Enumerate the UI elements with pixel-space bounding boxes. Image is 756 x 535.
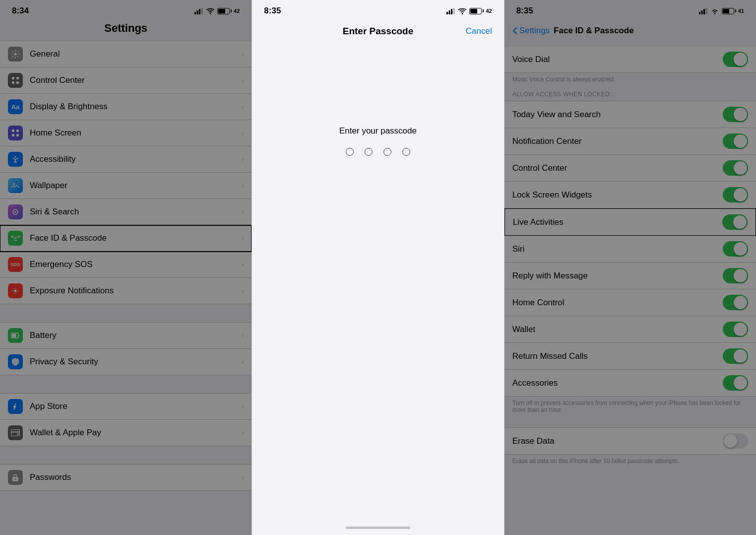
svg-rect-27 (11, 431, 20, 433)
lock-screen-widgets-toggle[interactable] (723, 187, 748, 202)
home-control-toggle[interactable] (723, 295, 748, 310)
settings-panel: 8:34 42 (0, 0, 252, 535)
accessibility-icon (8, 152, 23, 167)
voice-dial-toggle[interactable] (723, 52, 748, 67)
allow-access-label: ALLOW ACCESS WHEN LOCKED: (504, 87, 756, 101)
settings-item-display[interactable]: Aa Display & Brightness › (0, 94, 252, 120)
notification-center-row[interactable]: Notification Center (504, 128, 756, 155)
voice-dial-subtext: Music Voice Control is always enabled. (504, 73, 756, 87)
svg-rect-1 (197, 10, 198, 14)
cancel-button[interactable]: Cancel (466, 26, 492, 36)
settings-item-accessibility[interactable]: Accessibility › (0, 146, 252, 173)
erase-data-row[interactable]: Erase Data (504, 427, 756, 455)
settings-item-home-screen[interactable]: Home Screen › (0, 120, 252, 146)
home-screen-chevron: › (242, 129, 244, 137)
display-chevron: › (242, 103, 244, 111)
passcode-circle-4 (402, 148, 410, 156)
voice-dial-row[interactable]: Voice Dial (504, 46, 756, 73)
general-icon (8, 47, 23, 62)
return-calls-toggle[interactable] (723, 348, 748, 364)
battery-pct-2: 42 (486, 8, 492, 14)
sos-chevron: › (242, 261, 244, 268)
wallpaper-chevron: › (242, 182, 244, 190)
siri-row[interactable]: Siri (504, 236, 756, 263)
home-screen-icon (8, 126, 23, 140)
sos-label: Emergency SOS (30, 260, 239, 269)
today-view-toggle[interactable] (723, 107, 748, 122)
sos-icon: SOS (8, 257, 23, 272)
reply-message-row[interactable]: Reply with Message (504, 263, 756, 289)
siri-toggle[interactable] (723, 241, 748, 257)
battery-icon-3: 41 (722, 8, 744, 14)
control-center-row[interactable]: Control Center (504, 155, 756, 182)
status-icons-1: 42 (194, 8, 240, 14)
accessories-row[interactable]: Accessories (504, 370, 756, 397)
svg-rect-18 (18, 236, 20, 238)
return-calls-label: Return Missed Calls (512, 351, 588, 361)
notification-center-toggle[interactable] (723, 134, 748, 149)
home-control-row[interactable]: Home Control (504, 289, 756, 316)
back-button[interactable]: Settings (512, 26, 550, 36)
settings-item-siri[interactable]: Siri & Search › (0, 199, 252, 225)
settings-item-battery[interactable]: Battery › (0, 322, 252, 349)
today-view-row[interactable]: Today View and Search (504, 101, 756, 128)
settings-title: Settings (0, 20, 252, 41)
control-center-icon (8, 73, 23, 88)
return-calls-row[interactable]: Return Missed Calls (504, 343, 756, 370)
live-activities-toggle[interactable] (722, 214, 748, 230)
svg-rect-2 (199, 9, 200, 14)
settings-item-control-center[interactable]: Control Center › (0, 67, 252, 94)
erase-subtext: Erase all data on this iPhone after 10 f… (504, 455, 756, 468)
wallet-row[interactable]: Wallet (504, 316, 756, 343)
accessories-label: Accessories (512, 378, 558, 388)
wallet-toggle[interactable] (723, 322, 748, 337)
accessories-toggle[interactable] (723, 375, 748, 391)
wallet-right-label: Wallet (512, 325, 536, 334)
status-icons-3: 41 (699, 8, 744, 14)
lock-screen-widgets-row[interactable]: Lock Screen Widgets (504, 182, 756, 208)
reply-message-label: Reply with Message (512, 271, 588, 281)
wifi-icon-3 (711, 8, 719, 14)
lock-screen-widgets-label: Lock Screen Widgets (512, 190, 592, 200)
settings-item-sos[interactable]: SOS Emergency SOS › (0, 252, 252, 278)
control-center-toggle[interactable] (723, 160, 748, 176)
battery-pct-3: 41 (738, 8, 744, 14)
siri-label: Siri & Search (30, 207, 239, 217)
status-time-3: 8:35 (516, 6, 533, 16)
battery-icon: 42 (217, 8, 240, 14)
live-activities-row[interactable]: Live Activities (504, 208, 756, 236)
home-control-label: Home Control (512, 298, 565, 308)
erase-data-toggle[interactable] (723, 433, 748, 449)
passcode-title: Enter Passcode (264, 26, 492, 37)
settings-item-face-id[interactable]: Face ID & Passcode › (0, 225, 252, 252)
svg-rect-8 (16, 81, 19, 84)
exposure-icon (8, 283, 23, 298)
settings-item-general[interactable]: General › (0, 41, 252, 67)
settings-item-wallet[interactable]: Wallet & Apple Pay › (0, 420, 252, 446)
settings-item-wallpaper[interactable]: Wallpaper › (0, 173, 252, 199)
svg-rect-38 (705, 8, 707, 14)
settings-item-appstore[interactable]: App Store › (0, 393, 252, 420)
passcode-panel: 8:35 42 Enter Passc (252, 0, 504, 535)
status-bar-2: 8:35 42 (252, 0, 504, 20)
svg-rect-7 (12, 81, 14, 84)
settings-list: General › Control Center › Aa Display & … (0, 41, 252, 535)
face-id-label: Face ID & Passcode (30, 233, 239, 243)
passcode-circles (252, 148, 504, 156)
svg-rect-6 (16, 77, 19, 79)
svg-point-4 (14, 53, 17, 56)
svg-rect-36 (701, 10, 702, 14)
face-id-page-title: Face ID & Passcode (554, 26, 634, 36)
settings-divider-2 (0, 375, 252, 393)
wifi-icon (206, 8, 214, 14)
battery-label: Battery (30, 331, 239, 340)
settings-item-exposure[interactable]: Exposure Notifications › (0, 278, 252, 304)
exposure-chevron: › (242, 287, 244, 295)
status-bar-3: 8:35 41 (504, 0, 756, 20)
reply-message-toggle[interactable] (723, 268, 748, 283)
settings-item-privacy[interactable]: Privacy & Security › (0, 349, 252, 375)
settings-item-passwords[interactable]: Passwords › (0, 464, 252, 491)
erase-divider (504, 417, 756, 427)
privacy-icon (8, 354, 23, 369)
svg-rect-11 (12, 134, 14, 136)
